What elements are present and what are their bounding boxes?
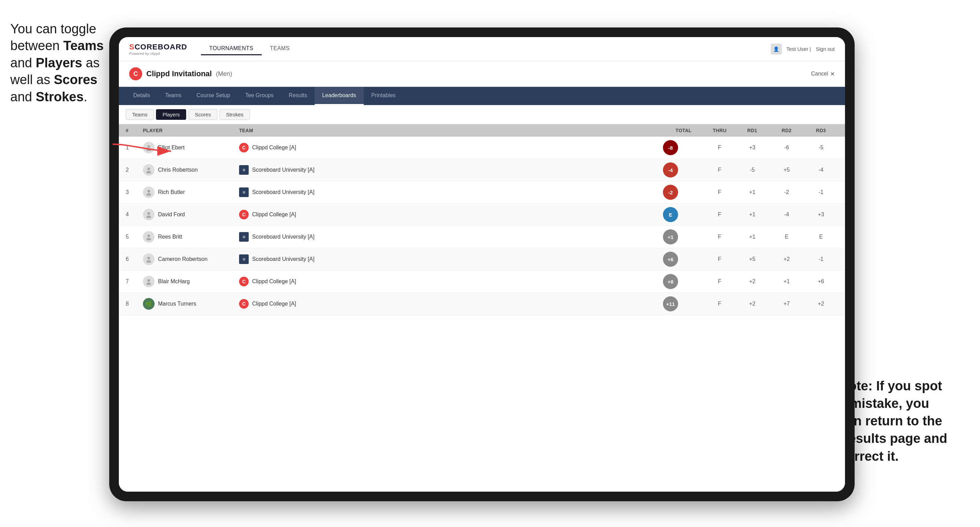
tab-results[interactable]: Results — [281, 87, 315, 105]
team-name: Scoreboard University [A] — [252, 256, 314, 262]
player-cell: Chris Robertson — [143, 164, 239, 176]
tournament-header: C Clippd Invitational (Men) Cancel ✕ — [119, 61, 845, 87]
nav-teams[interactable]: TEAMS — [262, 43, 298, 55]
svg-point-14 — [146, 283, 151, 285]
tab-teams[interactable]: Teams — [158, 87, 189, 105]
annotation-line2: between Teams — [10, 38, 104, 53]
thru-cell: F — [704, 278, 735, 285]
table-row[interactable]: 8 🌿 Marcus Turners C Clippd College [A] … — [119, 293, 845, 315]
table-body: 1 Elliot Ebert C Clippd College [A] -8 F… — [119, 137, 845, 315]
cancel-label: Cancel — [811, 71, 828, 77]
nav-tournaments[interactable]: TOURNAMENTS — [201, 43, 262, 55]
team-name: Clippd College [A] — [252, 301, 296, 307]
total-cell: +1 — [663, 229, 704, 244]
table-row[interactable]: 4 David Ford C Clippd College [A] E F +1… — [119, 203, 845, 226]
player-name: Rich Butler — [158, 189, 185, 195]
tablet-screen: SCOREBOARD Powered by clippd TOURNAMENTS… — [119, 37, 845, 492]
score-badge: -4 — [663, 162, 678, 178]
tab-details[interactable]: Details — [126, 87, 158, 105]
total-cell: -8 — [663, 140, 704, 155]
team-icon: C — [239, 299, 249, 309]
score-badge: +8 — [663, 274, 678, 289]
rd3-cell: -4 — [804, 167, 838, 173]
team-icon: ≡ — [239, 165, 249, 175]
team-cell: C Clippd College [A] — [239, 210, 663, 219]
team-cell: C Clippd College [A] — [239, 277, 663, 286]
total-cell: +6 — [663, 252, 704, 267]
player-avatar — [143, 231, 154, 243]
annotation-line5: and Strokes. — [10, 90, 87, 104]
total-cell: -2 — [663, 185, 704, 200]
annotation-line1: You can toggle — [10, 22, 96, 36]
rd2-cell: -6 — [770, 144, 804, 151]
player-avatar: 🌿 — [143, 298, 154, 310]
sub-tab-teams[interactable]: Teams — [126, 109, 154, 120]
table-row[interactable]: 6 Cameron Robertson ≡ Scoreboard Univers… — [119, 248, 845, 271]
player-cell: Rees Britt — [143, 231, 239, 243]
rd2-cell: -4 — [770, 211, 804, 217]
logo-title: SCOREBOARD — [129, 43, 187, 51]
rank-cell: 5 — [126, 234, 143, 240]
rd1-cell: +1 — [735, 234, 770, 240]
top-nav: SCOREBOARD Powered by clippd TOURNAMENTS… — [119, 37, 845, 61]
team-cell: ≡ Scoreboard University [A] — [239, 254, 663, 264]
thru-cell: F — [704, 211, 735, 217]
col-player: PLAYER — [143, 128, 239, 133]
tournament-title: Clippd Invitational — [146, 69, 212, 78]
thru-cell: F — [704, 167, 735, 173]
table-row[interactable]: 1 Elliot Ebert C Clippd College [A] -8 F… — [119, 137, 845, 159]
svg-point-2 — [146, 149, 151, 151]
col-rd2: RD2 — [770, 128, 804, 133]
player-avatar — [143, 253, 154, 265]
score-badge: +11 — [663, 296, 678, 311]
logo-accent: S — [129, 43, 135, 51]
team-name: Clippd College [A] — [252, 144, 296, 151]
player-name: Elliot Ebert — [158, 144, 185, 151]
col-rd3: RD3 — [804, 128, 838, 133]
rd2-cell: +7 — [770, 301, 804, 307]
col-total: TOTAL — [663, 128, 704, 133]
player-name: David Ford — [158, 211, 185, 217]
tab-tee-groups[interactable]: Tee Groups — [238, 87, 281, 105]
thru-cell: F — [704, 189, 735, 195]
rd2-cell: +2 — [770, 256, 804, 262]
player-name: Blair McHarg — [158, 278, 189, 285]
player-cell: 🌿 Marcus Turners — [143, 298, 239, 310]
player-cell: Blair McHarg — [143, 276, 239, 287]
sub-tab-players[interactable]: Players — [156, 109, 186, 120]
table-row[interactable]: 5 Rees Britt ≡ Scoreboard University [A]… — [119, 226, 845, 248]
sub-tab-strokes[interactable]: Strokes — [220, 109, 250, 120]
annotation-line3: and Players as — [10, 56, 100, 70]
rank-cell: 2 — [126, 167, 143, 173]
sub-tab-scores[interactable]: Scores — [188, 109, 218, 120]
table-row[interactable]: 3 Rich Butler ≡ Scoreboard University [A… — [119, 181, 845, 203]
tab-course-setup[interactable]: Course Setup — [189, 87, 238, 105]
rd3-cell: +2 — [804, 301, 838, 307]
note-text: Note: If you spota mistake, youcan retur… — [839, 379, 947, 464]
team-name: Scoreboard University [A] — [252, 189, 314, 195]
tablet-frame: SCOREBOARD Powered by clippd TOURNAMENTS… — [109, 27, 854, 501]
rd1-cell: +1 — [735, 211, 770, 217]
scoreboard-logo: SCOREBOARD Powered by clippd — [129, 43, 187, 56]
svg-point-1 — [147, 145, 150, 148]
user-name: Test User | — [787, 46, 811, 52]
player-avatar — [143, 164, 154, 176]
svg-point-4 — [146, 171, 151, 173]
team-icon: C — [239, 210, 249, 219]
sign-out-link[interactable]: Sign out — [816, 46, 835, 52]
rank-cell: 4 — [126, 211, 143, 217]
rd3-cell: E — [804, 234, 838, 240]
player-name: Rees Britt — [158, 234, 182, 240]
team-icon: ≡ — [239, 232, 249, 242]
tab-leaderboards[interactable]: Leaderboards — [315, 87, 364, 105]
table-row[interactable]: 2 Chris Robertson ≡ Scoreboard Universit… — [119, 159, 845, 181]
table-row[interactable]: 7 Blair McHarg C Clippd College [A] +8 F… — [119, 271, 845, 293]
tab-printables[interactable]: Printables — [364, 87, 403, 105]
team-cell: ≡ Scoreboard University [A] — [239, 232, 663, 242]
team-icon: ≡ — [239, 254, 249, 264]
col-thru: THRU — [704, 128, 735, 133]
rd2-cell: +1 — [770, 278, 804, 285]
team-icon: C — [239, 277, 249, 286]
cancel-button[interactable]: Cancel ✕ — [811, 71, 835, 77]
player-name: Chris Robertson — [158, 167, 198, 173]
